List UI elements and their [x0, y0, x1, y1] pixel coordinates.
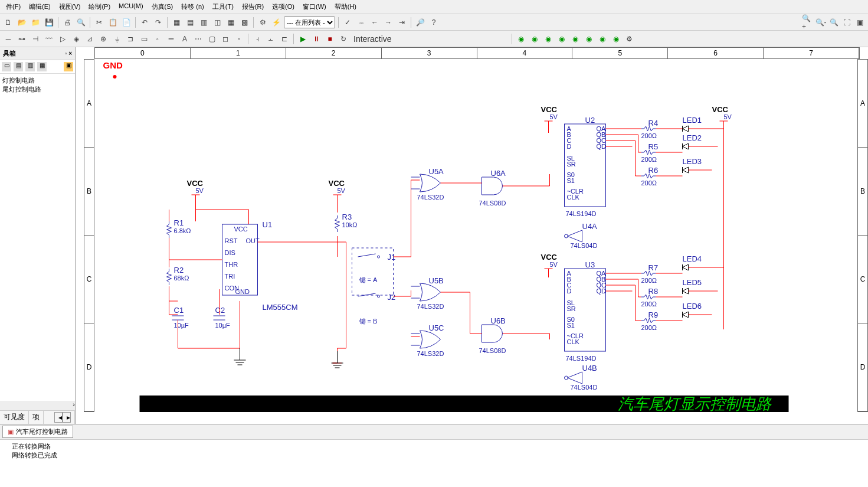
- menu-transfer[interactable]: 转移 (n): [178, 1, 208, 12]
- toolbox-item[interactable]: 尾灯控制电路: [2, 85, 73, 94]
- copy-icon[interactable]: 📋: [107, 17, 119, 28]
- probe3-icon[interactable]: ◉: [542, 33, 554, 45]
- component-u6a[interactable]: U6A 74LS08D: [479, 169, 506, 207]
- component-r7[interactable]: R7200Ω: [641, 263, 659, 284]
- schematic-sheet[interactable]: GND VCC5V VCC5V VCC5V VCC5V VCC5V U1 LM5…: [94, 59, 857, 412]
- component-led1[interactable]: LED1: [683, 116, 702, 132]
- run-icon[interactable]: ▶: [297, 33, 309, 45]
- new-icon[interactable]: 🗋: [2, 17, 14, 28]
- probe2-icon[interactable]: ◉: [529, 33, 541, 45]
- component-led5[interactable]: LED5: [683, 278, 702, 294]
- zoom-fit-icon[interactable]: ⛶: [841, 17, 853, 28]
- comp-icon[interactable]: ▢: [206, 33, 218, 45]
- comp2-icon[interactable]: ◻: [220, 33, 231, 45]
- paste-icon[interactable]: 📄: [120, 17, 132, 28]
- component-u1[interactable]: U1 LM555CM VCC RST DIS THR TRI CON OUT G…: [222, 220, 298, 312]
- grid3-icon[interactable]: ▥: [198, 17, 209, 28]
- vcc-u3[interactable]: VCC5V: [541, 253, 558, 277]
- ic-icon[interactable]: ▭: [138, 33, 150, 45]
- tab-layers[interactable]: 项: [29, 411, 44, 424]
- zoom-out-icon[interactable]: 🔍-: [815, 17, 827, 28]
- component-u5b[interactable]: U5B 74LS32D: [417, 276, 444, 310]
- misc-icon[interactable]: ⋯: [192, 33, 204, 45]
- fullscreen-icon[interactable]: ▣: [854, 17, 866, 28]
- grid1-icon[interactable]: ▦: [171, 17, 182, 28]
- vcc-u1[interactable]: VCC5V: [187, 179, 204, 210]
- transistor-icon[interactable]: ⊿: [84, 33, 96, 45]
- align2-icon[interactable]: ⫠: [265, 33, 277, 45]
- component-r8[interactable]: R8200Ω: [641, 287, 659, 308]
- component-j1[interactable]: J1 键 = A: [352, 248, 396, 295]
- menu-sim[interactable]: 仿真(S): [148, 1, 177, 12]
- probe5-icon[interactable]: ◉: [569, 33, 581, 45]
- vcc-u2[interactable]: VCC5V: [541, 105, 558, 133]
- cap-icon[interactable]: ⊣: [30, 33, 41, 45]
- component-u2[interactable]: U2 74LS194D A B C D SL SR S0 S1 ~CLR CLK…: [565, 116, 607, 217]
- resistor-icon[interactable]: ⊶: [16, 33, 28, 45]
- probe1-icon[interactable]: ◉: [515, 33, 527, 45]
- tab-visibility[interactable]: 可见度: [0, 411, 29, 424]
- probe6-icon[interactable]: ◉: [583, 33, 595, 45]
- probe4-icon[interactable]: ◉: [556, 33, 568, 45]
- component-j2[interactable]: J2 键 = B: [358, 293, 396, 325]
- open2-icon[interactable]: 📁: [30, 17, 41, 28]
- next-icon[interactable]: →: [382, 17, 394, 28]
- menu-view[interactable]: 视图(V): [55, 1, 84, 12]
- probe8-icon[interactable]: ◉: [610, 33, 622, 45]
- stop-icon[interactable]: ■: [324, 33, 336, 45]
- component-u4a[interactable]: U4A 74LS04D: [565, 222, 598, 249]
- component-u5c[interactable]: U5C 74LS32D: [417, 323, 444, 357]
- component-u6b[interactable]: U6B 74LS08D: [479, 316, 506, 354]
- grid5-icon[interactable]: ▦: [225, 17, 237, 28]
- menu-edit[interactable]: 编辑(E): [25, 1, 54, 12]
- toolbox-btn1[interactable]: ▭: [2, 62, 11, 71]
- led-icon[interactable]: ◈: [70, 33, 82, 45]
- tab-left-icon[interactable]: ◂: [54, 412, 63, 423]
- open-icon[interactable]: 📂: [16, 17, 28, 28]
- tool2-icon[interactable]: ⚡: [270, 17, 282, 28]
- undo-icon[interactable]: ↶: [139, 17, 150, 28]
- component-u3[interactable]: U3 74LS194D A B C D SL SR S0 S1 ~CLR CLK…: [565, 260, 607, 362]
- menu-file[interactable]: 件(F): [2, 1, 24, 12]
- zoom-area-icon[interactable]: 🔍: [828, 17, 840, 28]
- component-u4b[interactable]: U4B 74LS04D: [565, 364, 598, 391]
- inductor-icon[interactable]: 〰: [43, 33, 55, 45]
- toolbox-item[interactable]: 灯控制电路: [2, 76, 73, 85]
- vcc-r3[interactable]: VCC5V: [329, 179, 346, 213]
- probe-icon[interactable]: ⎓: [355, 17, 367, 28]
- component-u5a[interactable]: U5A 74LS32D: [417, 167, 444, 201]
- hscroll-icon[interactable]: ›: [73, 401, 75, 408]
- schematic-canvas[interactable]: 0 1 2 3 4 5 6 7 A B C D A B C D GND: [76, 47, 868, 424]
- component-r6[interactable]: R6200Ω: [641, 166, 659, 187]
- cut-icon[interactable]: ✂: [93, 17, 105, 28]
- menu-help[interactable]: 帮助(H): [331, 1, 360, 12]
- tab-right-icon[interactable]: ▸: [63, 412, 71, 423]
- grid2-icon[interactable]: ▤: [184, 17, 196, 28]
- connector-icon[interactable]: ◦: [152, 33, 163, 45]
- component-r9[interactable]: R9200Ω: [641, 310, 659, 331]
- preview-icon[interactable]: 🔍: [75, 17, 87, 28]
- step-icon[interactable]: ↻: [338, 33, 349, 45]
- component-r5[interactable]: R5200Ω: [641, 142, 659, 163]
- align3-icon[interactable]: ⊏: [279, 33, 290, 45]
- menu-options[interactable]: 选项(O): [268, 1, 298, 12]
- search-icon[interactable]: 🔎: [414, 17, 426, 28]
- gnd-net-label[interactable]: GND: [103, 60, 123, 70]
- sheet-tab[interactable]: ▣ 汽车尾灯控制电路: [2, 426, 73, 438]
- text-icon[interactable]: A: [179, 33, 191, 45]
- gate-icon[interactable]: ⊐: [125, 33, 136, 45]
- component-c2[interactable]: C2 10µF: [214, 306, 231, 329]
- source-icon[interactable]: ⊕: [97, 33, 109, 45]
- tool-icon[interactable]: ⚙: [257, 17, 268, 28]
- gear-icon[interactable]: ⚙: [624, 33, 636, 45]
- save-icon[interactable]: 💾: [43, 17, 55, 28]
- toolbox-btn5[interactable]: ▣: [64, 62, 73, 71]
- back-icon[interactable]: ←: [369, 17, 381, 28]
- toolbox-btn3[interactable]: ▥: [25, 62, 35, 71]
- forward-icon[interactable]: ⇥: [396, 17, 408, 28]
- component-r3[interactable]: R3 10kΩ: [335, 213, 358, 232]
- menu-tools[interactable]: 工具(T): [209, 1, 237, 12]
- wire-icon[interactable]: ─: [2, 33, 14, 45]
- menu-report[interactable]: 报告(R): [238, 1, 267, 12]
- align-icon[interactable]: ⫞: [251, 33, 263, 45]
